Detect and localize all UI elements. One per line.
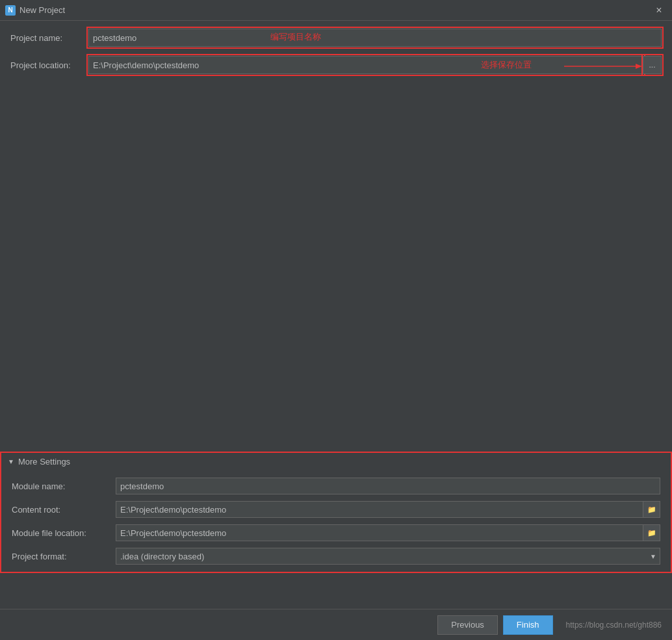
project-format-select-wrap: .idea (directory based) .ipr (file based… [116,548,660,565]
chevron-down-icon: ▼ [8,458,14,465]
more-settings-section: ▼ More Settings Module name: Content roo… [0,452,672,573]
module-file-input[interactable] [116,524,643,541]
more-settings-header[interactable]: ▼ More Settings [1,453,671,470]
more-settings-label: More Settings [18,457,70,467]
previous-button[interactable]: Previous [437,615,498,635]
finish-button[interactable]: Finish [503,615,553,635]
app-icon-letter: N [8,6,12,14]
project-name-row: Project name: 编写项目名称 [10,29,662,47]
project-name-label: Project name: [10,33,88,43]
project-format-row: Project format: .idea (directory based) … [1,544,671,568]
watermark-text: https://blog.csdn.net/ght886 [566,621,662,630]
bottom-bar: Previous Finish https://blog.csdn.net/gh… [0,609,672,640]
module-file-field-wrap: 📁 [116,524,660,541]
title-bar-left: N New Project [5,5,65,16]
close-button[interactable]: × [651,3,667,18]
content-root-input[interactable] [116,501,643,518]
module-name-label: Module name: [12,481,116,491]
project-location-label: Project location: [10,60,88,70]
app-icon: N [5,5,16,16]
module-name-row: Module name: [1,474,671,498]
window-title: New Project [19,5,65,15]
module-file-row: Module file location: 📁 [1,521,671,544]
content-root-browse-button[interactable]: 📁 [643,501,660,518]
project-location-row: Project location: ... 选择保存位置 [10,56,662,74]
content-root-field-wrap: 📁 [116,501,660,518]
project-name-input[interactable] [88,29,662,47]
module-file-label: Module file location: [12,528,116,538]
project-format-label: Project format: [12,552,116,561]
module-name-input[interactable] [116,478,660,494]
project-format-select[interactable]: .idea (directory based) .ipr (file based… [116,548,660,565]
main-content: Project name: 编写项目名称 Project location: .… [0,21,672,609]
content-root-label: Content root: [12,505,116,515]
browse-button[interactable]: ... [643,56,662,74]
project-location-input[interactable] [88,56,643,74]
title-bar: N New Project × [0,0,672,21]
module-file-browse-button[interactable]: 📁 [643,524,660,541]
more-settings-body: Module name: Content root: 📁 Module file… [1,470,671,572]
content-root-row: Content root: 📁 [1,498,671,521]
